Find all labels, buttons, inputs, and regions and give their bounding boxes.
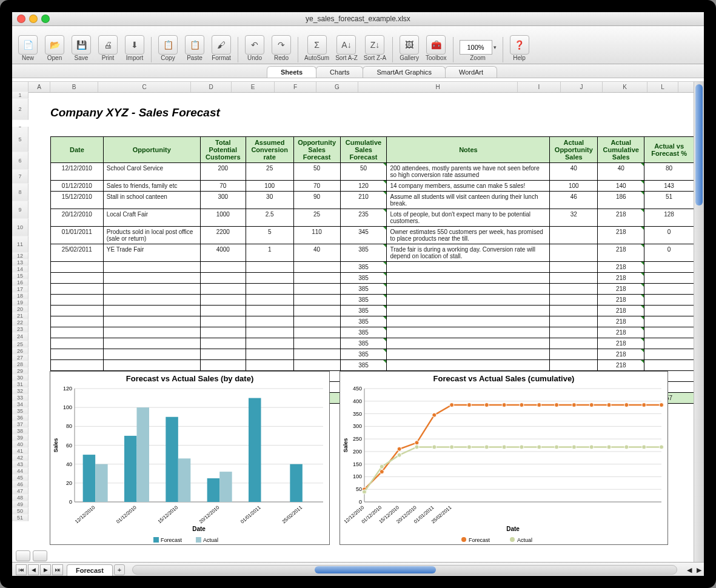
svg-text:20/12/2010: 20/12/2010 [198,504,221,524]
chart-forecast-vs-actual-cumulative[interactable]: Forecast vs Actual Sales (cumulative)050… [340,371,668,545]
col-B[interactable]: B [50,82,98,92]
svg-text:120: 120 [63,386,72,392]
col-J[interactable]: J [561,82,603,92]
ribbon-tab-sheets[interactable]: Sheets [267,66,316,78]
svg-text:20: 20 [66,480,72,486]
sort-a-z-button[interactable]: A↓Sort A-Z [333,34,360,62]
col-D[interactable]: D [191,82,232,92]
vertical-scrollbar[interactable] [694,82,704,562]
col-K[interactable]: K [603,82,647,92]
sheet-nav-next[interactable]: ▶ [40,564,51,575]
col-G[interactable]: G [316,82,358,92]
table-row[interactable]: 15/12/2010Stall in school canteen3003090… [51,192,694,209]
svg-rect-24 [178,458,191,502]
chart-forecast-vs-actual-by-date[interactable]: Forecast vs Actual Sales (by date)020406… [50,371,330,545]
svg-text:Sales: Sales [343,438,349,453]
view-normal-icon[interactable] [16,550,30,561]
table-row[interactable]: 25/02/2011YE Trade Fair4000140385Trade f… [51,244,694,262]
sort-z-a-button[interactable]: Z↓Sort Z-A [362,34,388,62]
svg-point-86 [467,445,471,449]
col-A[interactable]: A [28,82,50,92]
table-row[interactable]: 385218 [51,295,694,306]
hscroll-left-icon[interactable]: ◀ [684,566,694,574]
horizontal-scrollbar[interactable] [132,565,677,575]
svg-rect-23 [166,417,178,502]
add-sheet-button[interactable]: + [114,564,125,575]
sheet-nav-prev[interactable]: ◀ [28,564,39,575]
col-C[interactable]: C [98,82,191,92]
close-icon[interactable] [17,15,25,23]
redo-button[interactable]: ↷Redo [269,34,293,62]
svg-text:Forecast vs Actual Sales (by d: Forecast vs Actual Sales (by date) [126,374,254,383]
autosum-button[interactable]: ΣAutoSum [303,34,331,62]
zoom-button[interactable]: ▾Zoom [458,39,498,62]
import-button[interactable]: ⬇Import [122,34,147,62]
svg-rect-29 [249,398,261,502]
sheet-tab-forecast[interactable]: Forecast [67,564,113,576]
format-button[interactable]: 🖌Format [209,34,233,62]
forecast-table[interactable]: DateOpportunityTotal Potential Customers… [50,136,694,404]
ribbon-tab-charts[interactable]: Charts [316,66,363,78]
svg-text:Date: Date [506,526,520,532]
ribbon-tabs: SheetsChartsSmartArt GraphicsWordArt [12,64,704,78]
page-title: Company XYZ - Sales Forecast [50,99,514,127]
svg-point-106 [461,537,466,542]
sheet-nav-last[interactable]: ⏭ [52,564,63,575]
svg-point-80 [363,490,367,494]
ribbon-tab-wordart[interactable]: WordArt [445,66,497,78]
svg-text:50: 50 [356,486,362,492]
status-num: NUM [672,581,704,588]
sheet-nav-first[interactable]: ⏮ [16,564,27,575]
minimize-icon[interactable] [29,15,38,23]
table-row[interactable]: 385218 [51,273,694,284]
svg-rect-18 [95,464,108,502]
print-button[interactable]: 🖨Print [96,34,120,62]
table-row[interactable]: 12/12/2010School Carol Service2002550502… [51,163,694,181]
col-F[interactable]: F [275,82,316,92]
main-toolbar: 📄New📂Open💾Save🖨Print⬇Import📋Copy📋Paste🖌F… [12,26,704,64]
ribbon-tab-smartart-graphics[interactable]: SmartArt Graphics [363,66,445,78]
svg-point-76 [607,403,611,407]
svg-text:01/01/2011: 01/01/2011 [239,504,262,524]
table-row[interactable]: 385218 [51,316,694,327]
svg-point-89 [520,445,524,449]
svg-point-95 [624,445,629,449]
col-L[interactable]: L [647,82,678,92]
col-H[interactable]: H [358,82,518,92]
table-row[interactable]: 385218 [51,338,694,349]
save-button[interactable]: 💾Save [69,34,93,62]
svg-text:60: 60 [66,443,72,449]
svg-point-108 [510,537,515,542]
svg-text:Sales: Sales [53,438,59,453]
table-row[interactable]: 20/12/2010Local Craft Fair10002.525235Lo… [51,209,694,227]
table-row[interactable]: 385218 [51,284,694,295]
table-row[interactable]: 01/12/2010Sales to friends, family etc70… [51,181,694,192]
col-I[interactable]: I [518,82,561,92]
svg-text:Date: Date [192,526,206,532]
table-row[interactable]: 385218 [51,262,694,273]
svg-point-85 [450,445,454,449]
help-button[interactable]: ❓Help [507,34,532,62]
status-sum: Sum=0 [570,581,603,588]
svg-text:15/12/2010: 15/12/2010 [157,504,179,524]
column-headers[interactable]: A B C D E F G H I J K L [12,82,704,93]
table-row[interactable]: 01/01/2011Products sold in local post of… [51,227,694,244]
toolbox-button[interactable]: 🧰Toolbox [424,34,448,62]
status-view[interactable]: Normal View [12,581,59,588]
open-button[interactable]: 📂Open [42,34,67,62]
view-page-icon[interactable] [33,550,47,561]
new-button[interactable]: 📄New [16,34,40,62]
table-row[interactable]: 385218 [51,349,694,360]
zoom-input[interactable] [460,40,492,55]
undo-button[interactable]: ↶Undo [243,34,267,62]
zoom-icon[interactable] [41,15,50,23]
svg-text:Actual: Actual [203,537,218,543]
table-row[interactable]: 385218 [51,360,694,371]
hscroll-right-icon[interactable]: ▶ [694,566,704,574]
col-E[interactable]: E [232,82,275,92]
table-row[interactable]: 385218 [51,327,694,338]
table-row[interactable]: 385218 [51,306,694,316]
paste-button[interactable]: 📋Paste [182,34,207,62]
gallery-button[interactable]: 🖼Gallery [397,34,421,62]
copy-button[interactable]: 📋Copy [156,34,180,62]
